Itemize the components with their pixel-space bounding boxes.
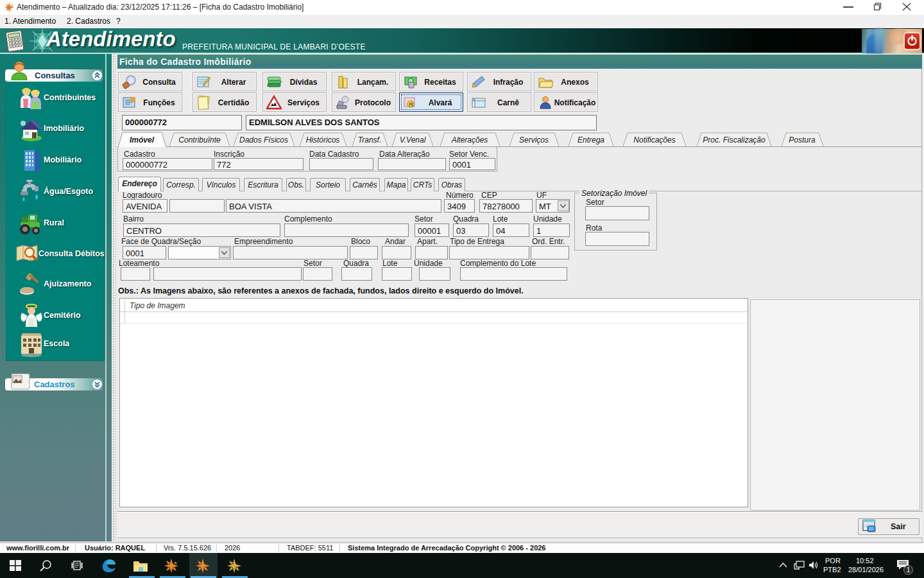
svg-text:V.Venal: V.Venal xyxy=(400,136,426,144)
svg-text:Entrega: Entrega xyxy=(578,136,604,144)
svg-text:Postura: Postura xyxy=(789,136,816,144)
svg-text:Transf.: Transf. xyxy=(358,136,381,144)
svg-text:Históricos: Históricos xyxy=(306,136,340,144)
svg-text:Contribuïnte: Contribuïnte xyxy=(178,136,221,144)
svg-text:Proc. Fiscalização: Proc. Fiscalização xyxy=(703,136,766,144)
svg-text:Notificações: Notificações xyxy=(633,136,675,144)
svg-text:R: R xyxy=(409,101,414,108)
svg-text:Alterações: Alterações xyxy=(451,136,488,144)
svg-text:Dados Físicos: Dados Físicos xyxy=(239,136,288,144)
svg-text:Serviços: Serviços xyxy=(519,136,549,144)
svg-text:Imóvel: Imóvel xyxy=(130,136,155,144)
